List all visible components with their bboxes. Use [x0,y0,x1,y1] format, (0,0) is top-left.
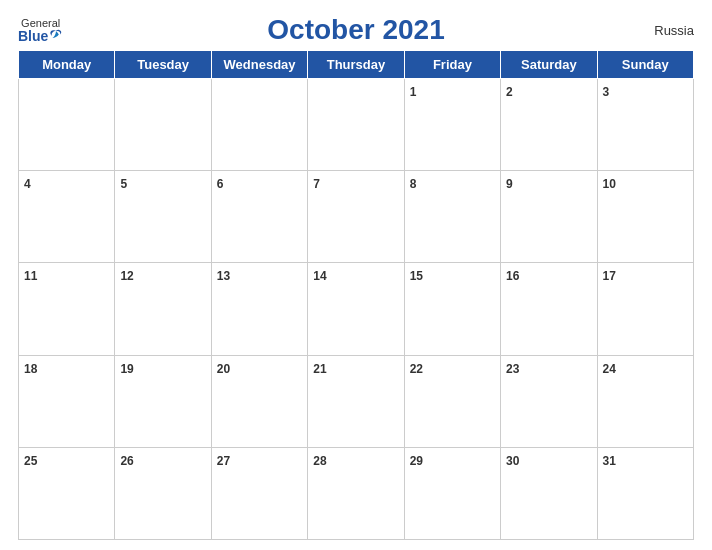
day-number: 3 [603,85,610,99]
day-number: 6 [217,177,224,191]
calendar-day-cell: 27 [211,447,307,539]
weekday-header: Saturday [501,51,597,79]
calendar-day-cell: 15 [404,263,500,355]
day-number: 4 [24,177,31,191]
calendar-day-cell [211,79,307,171]
day-number: 12 [120,269,133,283]
logo-general-text: General [21,18,60,29]
logo-blue-text: Blue [18,29,63,43]
weekday-header-row: MondayTuesdayWednesdayThursdayFridaySatu… [19,51,694,79]
day-number: 20 [217,362,230,376]
weekday-header: Friday [404,51,500,79]
calendar-day-cell: 10 [597,171,693,263]
calendar-day-cell: 30 [501,447,597,539]
calendar-day-cell: 14 [308,263,404,355]
day-number: 23 [506,362,519,376]
weekday-header: Sunday [597,51,693,79]
day-number: 21 [313,362,326,376]
day-number: 14 [313,269,326,283]
calendar-week-row: 45678910 [19,171,694,263]
calendar-day-cell: 11 [19,263,115,355]
day-number: 25 [24,454,37,468]
day-number: 16 [506,269,519,283]
day-number: 11 [24,269,37,283]
day-number: 13 [217,269,230,283]
calendar-day-cell: 5 [115,171,211,263]
day-number: 10 [603,177,616,191]
calendar-day-cell: 22 [404,355,500,447]
calendar-week-row: 123 [19,79,694,171]
day-number: 27 [217,454,230,468]
calendar-day-cell: 4 [19,171,115,263]
calendar-day-cell: 31 [597,447,693,539]
calendar-day-cell: 16 [501,263,597,355]
day-number: 26 [120,454,133,468]
calendar-day-cell: 24 [597,355,693,447]
day-number: 24 [603,362,616,376]
day-number: 29 [410,454,423,468]
day-number: 22 [410,362,423,376]
weekday-header: Wednesday [211,51,307,79]
day-number: 7 [313,177,320,191]
calendar-day-cell: 1 [404,79,500,171]
calendar-week-row: 18192021222324 [19,355,694,447]
calendar-day-cell: 29 [404,447,500,539]
logo-bird-icon [49,29,63,43]
calendar-week-row: 25262728293031 [19,447,694,539]
calendar-day-cell: 19 [115,355,211,447]
calendar-day-cell: 3 [597,79,693,171]
calendar-day-cell: 17 [597,263,693,355]
calendar-day-cell: 13 [211,263,307,355]
calendar-day-cell: 9 [501,171,597,263]
day-number: 8 [410,177,417,191]
country-label: Russia [654,23,694,38]
day-number: 15 [410,269,423,283]
calendar-day-cell: 18 [19,355,115,447]
calendar-day-cell: 2 [501,79,597,171]
day-number: 31 [603,454,616,468]
weekday-header: Monday [19,51,115,79]
calendar-day-cell: 20 [211,355,307,447]
month-title: October 2021 [267,14,444,46]
calendar-day-cell: 8 [404,171,500,263]
calendar-header: General Blue October 2021 Russia [18,14,694,46]
day-number: 9 [506,177,513,191]
day-number: 19 [120,362,133,376]
day-number: 5 [120,177,127,191]
calendar-table: MondayTuesdayWednesdayThursdayFridaySatu… [18,50,694,540]
day-number: 18 [24,362,37,376]
calendar-day-cell: 26 [115,447,211,539]
calendar-day-cell: 25 [19,447,115,539]
calendar-day-cell: 7 [308,171,404,263]
calendar-day-cell: 6 [211,171,307,263]
day-number: 28 [313,454,326,468]
calendar-day-cell [115,79,211,171]
calendar-day-cell: 12 [115,263,211,355]
calendar-day-cell: 23 [501,355,597,447]
weekday-header: Thursday [308,51,404,79]
calendar-day-cell [308,79,404,171]
day-number: 1 [410,85,417,99]
calendar-day-cell: 28 [308,447,404,539]
logo: General Blue [18,18,63,43]
day-number: 30 [506,454,519,468]
calendar-week-row: 11121314151617 [19,263,694,355]
calendar-day-cell [19,79,115,171]
day-number: 17 [603,269,616,283]
day-number: 2 [506,85,513,99]
weekday-header: Tuesday [115,51,211,79]
calendar-day-cell: 21 [308,355,404,447]
